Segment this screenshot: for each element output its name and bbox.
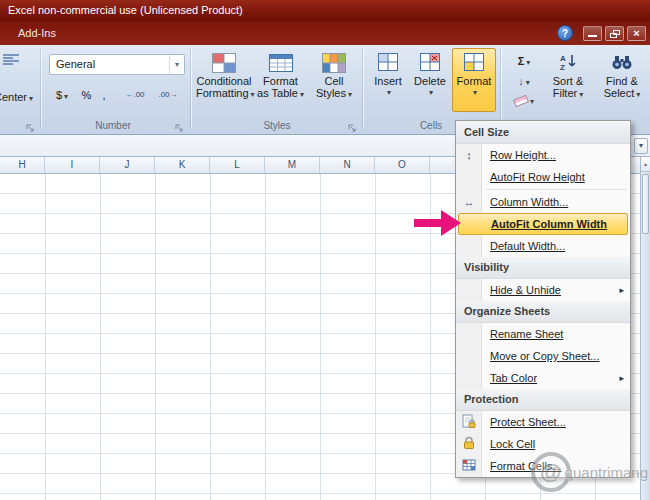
menu-item-hide-unhide[interactable]: Hide & Unhide ▸	[456, 279, 630, 301]
conditional-formatting-icon	[196, 53, 252, 73]
merge-center-button[interactable]: Center▾	[0, 91, 33, 103]
dropdown-arrow-icon: ▾	[371, 87, 407, 99]
eraser-icon	[513, 95, 529, 108]
sort-filter-button[interactable]: AZ Sort & Filter▾	[542, 48, 594, 112]
dropdown-arrow-icon: ▾	[413, 87, 449, 99]
menu-item-label: Tab Color	[490, 372, 537, 384]
menu-item-column-width[interactable]: ↔ Column Width...	[456, 191, 630, 213]
sigma-icon: Σ	[518, 55, 525, 67]
window-title: Excel non-commercial use (Unlicensed Pro…	[8, 4, 243, 16]
format-as-table-button[interactable]: Format as Table▾	[254, 48, 307, 112]
button-label: as Table	[257, 87, 298, 99]
menu-header-protection: Protection	[456, 389, 630, 411]
menu-item-label: AutoFit Row Height	[490, 171, 585, 183]
menu-item-autofit-column-width[interactable]: AutoFit Column Width	[458, 213, 628, 235]
menu-item-label: AutoFit Column Width	[491, 218, 607, 230]
column-header[interactable]: J	[100, 157, 155, 173]
button-label: Select	[604, 87, 635, 99]
restore-button[interactable]	[605, 26, 624, 41]
cell-styles-button[interactable]: Cell Styles▾	[309, 48, 359, 112]
decrease-decimal-button[interactable]: .00→	[153, 84, 183, 104]
close-button[interactable]: ×	[627, 26, 646, 41]
scrollbar-thumb[interactable]	[642, 174, 649, 234]
scroll-up-icon: ▴	[644, 161, 647, 167]
menu-item-label: Protect Sheet...	[490, 416, 566, 428]
dropdown-arrow-icon: ▾	[455, 87, 495, 99]
styles-group-label: Styles	[192, 120, 362, 131]
menu-item-move-copy-sheet[interactable]: Move or Copy Sheet...	[456, 345, 630, 367]
excel-window: Excel non-commercial use (Unlicensed Pro…	[0, 0, 650, 500]
delete-cells-button[interactable]: Delete ▾	[410, 48, 450, 112]
column-header[interactable]: L	[210, 157, 265, 173]
menu-item-rename-sheet[interactable]: Rename Sheet	[456, 323, 630, 345]
conditional-formatting-button[interactable]: Conditional Formatting▾	[195, 48, 253, 112]
group-divider	[500, 48, 501, 128]
dropdown-arrow-icon: ▾	[579, 90, 583, 99]
format-cells-menu-button[interactable]: Format ▾	[452, 48, 496, 112]
button-label: Format	[255, 75, 306, 87]
insert-cells-button[interactable]: Insert ▾	[368, 48, 408, 112]
menu-item-label: Column Width...	[490, 196, 568, 208]
svg-text:Z: Z	[560, 63, 565, 71]
menu-item-label: Rename Sheet	[490, 328, 563, 340]
menu-item-tab-color[interactable]: Tab Color ▸	[456, 367, 630, 389]
ribbon-tab-bar: Add-Ins	[0, 21, 650, 45]
dropdown-arrow-icon: ▾	[29, 94, 33, 103]
help-icon: ?	[562, 28, 568, 39]
column-header[interactable]: K	[155, 157, 210, 173]
formula-bar-expand-button[interactable]: ▾	[634, 138, 648, 154]
format-cells-icon	[461, 458, 477, 474]
svg-text:A: A	[560, 54, 566, 63]
menu-item-default-width[interactable]: Default Width...	[456, 235, 630, 257]
menu-header-cell-size: Cell Size	[456, 122, 630, 144]
comma-style-button[interactable]: ,	[97, 84, 111, 104]
column-header[interactable]: N	[320, 157, 375, 173]
clear-button[interactable]: ▾	[506, 92, 542, 110]
watermark-text: quantrimang	[565, 464, 648, 481]
number-format-select[interactable]: General ▾	[49, 54, 185, 75]
fill-button[interactable]: ↓▾	[506, 72, 542, 90]
help-button[interactable]: ?	[557, 25, 573, 41]
menu-header-organize-sheets: Organize Sheets	[456, 301, 630, 323]
close-icon: ×	[633, 27, 639, 39]
menu-item-protect-sheet[interactable]: Protect Sheet...	[456, 411, 630, 433]
alignment-dialog-launcher[interactable]	[26, 119, 37, 130]
column-header[interactable]: O	[375, 157, 430, 173]
format-icon	[453, 53, 495, 73]
menu-item-autofit-row-height[interactable]: AutoFit Row Height	[456, 166, 630, 188]
increase-decimal-button[interactable]: ←.00	[120, 84, 150, 104]
menu-item-label: Hide & Unhide	[490, 284, 561, 296]
minimize-button[interactable]	[583, 26, 602, 41]
button-label: Delete	[411, 75, 449, 87]
button-label: Sort &	[543, 75, 593, 87]
increase-decimal-icon: ←.00	[125, 90, 144, 99]
row-height-icon: ↕	[461, 147, 477, 163]
callout-arrow	[414, 209, 462, 241]
percent-style-button[interactable]: %	[78, 84, 95, 104]
scroll-up-button[interactable]: ▴	[641, 157, 650, 172]
dropdown-arrow-icon: ▾	[300, 90, 304, 99]
styles-dialog-launcher[interactable]	[348, 119, 359, 130]
tab-add-ins[interactable]: Add-Ins	[18, 21, 56, 45]
column-header[interactable]: H	[0, 157, 45, 173]
menu-item-label: Move or Copy Sheet...	[490, 350, 599, 362]
vertical-scrollbar[interactable]: ▴	[640, 157, 650, 500]
insert-icon	[369, 53, 407, 73]
comma-icon: ,	[102, 89, 105, 101]
autosum-button[interactable]: Σ▾	[506, 50, 542, 70]
chevron-down-icon: ▾	[639, 141, 643, 150]
alignment-icon[interactable]	[2, 53, 20, 71]
percent-icon: %	[82, 89, 92, 101]
binoculars-icon	[597, 53, 647, 73]
button-label: Filter	[553, 87, 577, 99]
accounting-format-button[interactable]: $▾	[49, 84, 75, 104]
group-divider	[362, 48, 363, 128]
column-header[interactable]: M	[265, 157, 320, 173]
decrease-decimal-icon: .00→	[158, 90, 177, 99]
button-label: Formatting	[196, 87, 249, 99]
menu-item-row-height[interactable]: ↕ Row Height...	[456, 144, 630, 166]
find-select-button[interactable]: Find & Select▾	[596, 48, 648, 112]
number-dialog-launcher[interactable]	[175, 119, 186, 130]
column-header[interactable]: I	[45, 157, 100, 173]
group-divider	[190, 48, 191, 128]
